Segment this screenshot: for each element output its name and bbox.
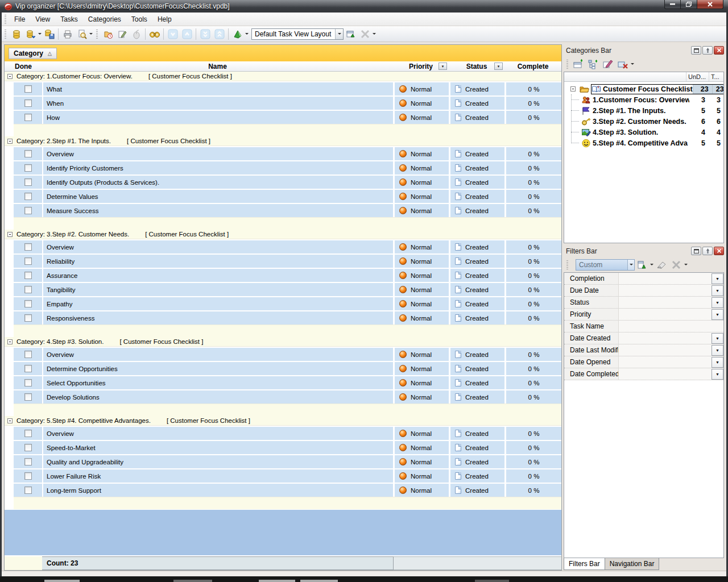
move-top-button[interactable] [212,27,226,41]
task-name[interactable]: Long-term Support [47,487,101,494]
print-button[interactable] [60,27,75,41]
task-row[interactable]: Reliability Normal Created 0 % [5,253,561,268]
task-name[interactable]: Speed-to-Market [47,444,96,451]
task-row[interactable]: Lower Failure Risk Normal Created 0 % [5,468,561,483]
done-checkbox[interactable] [24,286,32,293]
task-name[interactable]: When [47,100,64,107]
category-name[interactable]: 2.Step #1. The Inputs. [593,107,689,115]
layout-combo[interactable]: Default Task View Layout [251,28,344,40]
group-by-category-button[interactable]: Category △ [9,48,57,59]
task-row[interactable]: Determine Values Normal Created 0 % [5,189,561,203]
filter-value-field[interactable] [619,321,710,332]
collapse-group-icon[interactable] [7,339,13,344]
done-checkbox[interactable] [24,243,32,251]
open-database-dropdown[interactable] [38,27,42,41]
filter-value-field[interactable] [619,273,710,284]
move-up-button[interactable] [180,27,194,41]
task-row[interactable]: Overview Normal Created 0 % [5,347,561,361]
task-row[interactable]: Determine Opportunities Normal Created 0… [5,361,561,375]
column-header-done[interactable]: Done [5,61,42,71]
filter-value-field[interactable] [619,297,710,308]
category-group-header[interactable]: Category: 3.Step #2. Customer Needs. [ C… [5,230,561,239]
move-bottom-button[interactable] [198,27,212,41]
category-group-header[interactable]: Category: 4.Step #3. Solution. [ Custome… [5,337,561,347]
categories-close-button[interactable] [714,46,724,55]
task-row[interactable]: Assurance Normal Created 0 % [5,268,561,282]
filter-dropdown-button[interactable]: ▼ [712,369,723,380]
task-name[interactable]: Empathy [47,301,72,307]
category-tree-item[interactable]: 4.Step #3. Solution. 4 4 [564,127,723,138]
categories-bar-titlebar[interactable]: Categories Bar [564,44,724,56]
task-row[interactable]: Speed-to-Market Normal Created 0 % [5,440,561,454]
task-row[interactable]: What Normal Created 0 % [5,81,561,95]
task-name[interactable]: Lower Failure Risk [47,473,101,480]
task-row[interactable]: Quality and Upgradeability Normal Create… [5,454,561,468]
taskbar-sliver[interactable] [0,577,728,582]
tree-column-undone[interactable]: UnD... [686,72,709,81]
task-name[interactable]: How [47,114,60,121]
delete-category-button[interactable] [615,58,630,70]
save-layout-button[interactable] [344,27,358,41]
delete-layout-button[interactable] [358,27,372,41]
tree-collapse-icon[interactable] [570,86,576,92]
filter-preset-combo[interactable]: Custom [576,259,635,271]
save-filter-button[interactable] [635,259,650,271]
task-row[interactable]: Empathy Normal Created 0 % [5,296,561,310]
task-name[interactable]: Assurance [47,272,77,279]
done-checkbox[interactable] [24,99,32,107]
add-category-button[interactable] [571,58,586,70]
task-name[interactable]: What [47,86,62,93]
category-name[interactable]: 4.Step #3. Solution. [593,128,689,136]
column-header-name[interactable]: Name [42,61,393,71]
category-tree-item[interactable]: 5.Step #4. Competitive Adva 5 5 [564,138,723,148]
delete-filter-button[interactable] [669,259,684,271]
category-tree-item[interactable]: 1.Customer Focus: Overview 3 3 [564,94,723,105]
filter-value-field[interactable] [619,332,710,344]
done-checkbox[interactable] [24,444,32,451]
title-bar[interactable]: Vip organizer [C:\Users\dmitry\Desktop\C… [0,0,728,13]
filters-toolbar-overflow[interactable] [684,258,688,272]
restore-button[interactable] [681,0,697,9]
task-row[interactable]: Long-term Support Normal Created 0 % [5,483,561,497]
done-checkbox[interactable] [24,207,32,214]
add-subcategory-button[interactable] [586,58,601,70]
done-checkbox[interactable] [24,257,32,265]
done-checkbox[interactable] [24,300,32,307]
task-row[interactable]: Identify Outputs (Products & Services). … [5,174,561,189]
category-group-header[interactable]: Category: 5.Step #4. Competitive Advanta… [5,416,561,426]
tab-filters-bar[interactable]: Filters Bar [564,558,605,570]
filter-dropdown-button[interactable]: ▼ [712,357,723,368]
done-checkbox[interactable] [24,393,32,401]
categories-restore-button[interactable] [691,46,701,55]
close-button[interactable] [697,0,723,9]
menu-item-file[interactable]: File [9,14,30,25]
done-checkbox[interactable] [24,164,32,172]
selected-checklist-row[interactable]: Customer Focus Checklist 23 23 [591,84,724,94]
done-checkbox[interactable] [24,85,32,93]
find-tasks-button[interactable] [147,27,162,41]
filter-dropdown-button[interactable]: ▼ [712,285,723,296]
menu-drag-handle[interactable] [5,15,6,24]
task-name[interactable]: Measure Success [47,207,98,214]
task-name[interactable]: Select Opportunities [47,380,106,386]
done-checkbox[interactable] [24,150,32,157]
minimize-button[interactable] [664,0,681,9]
edit-task-button[interactable] [115,27,129,41]
done-checkbox[interactable] [24,314,32,322]
tree-root-row[interactable]: Customer Focus Checklist 23 23 [564,84,723,94]
delete-task-button[interactable] [129,27,143,41]
done-checkbox[interactable] [24,472,32,480]
filters-close-button[interactable] [714,247,724,255]
done-checkbox[interactable] [24,272,32,279]
toolbar-overflow-dropdown[interactable] [372,27,377,41]
menu-item-tasks[interactable]: Tasks [55,14,83,25]
clear-filter-button[interactable] [654,259,669,271]
done-checkbox[interactable] [24,193,32,200]
layout-combo-dropdown[interactable] [335,29,343,39]
open-database-button[interactable] [23,27,38,41]
share-button[interactable] [230,27,245,41]
move-down-button[interactable] [166,27,180,41]
done-checkbox[interactable] [24,351,32,358]
menu-item-help[interactable]: Help [152,14,177,25]
done-checkbox[interactable] [24,178,32,186]
